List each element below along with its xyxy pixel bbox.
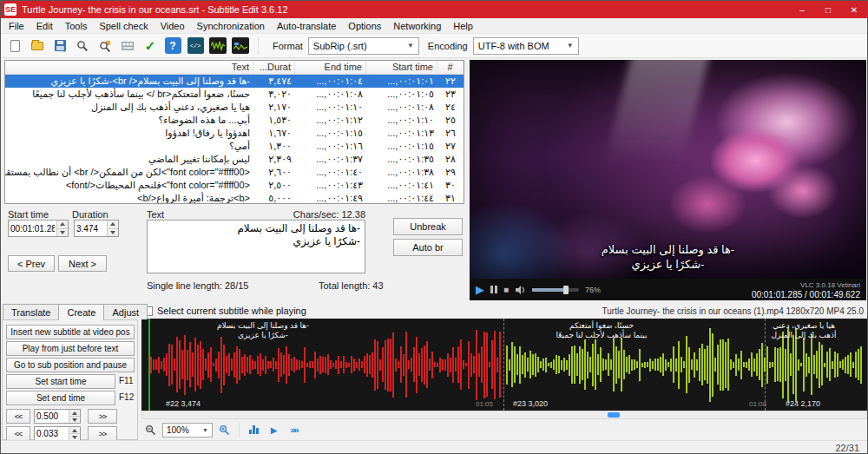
header-start-time[interactable]: Start time bbox=[366, 61, 437, 74]
format-label: Format bbox=[273, 41, 303, 51]
table-row[interactable]: هيا يا صغيري، دعني أذهب بك إلى المنزل ٢,… bbox=[5, 101, 464, 114]
set-end-time-button[interactable]: Set end time bbox=[6, 391, 115, 405]
duration-field[interactable] bbox=[74, 220, 119, 237]
row-number: ٢٦ bbox=[437, 127, 464, 140]
table-row[interactable]: أبي... ما هذه الضوضاء؟ ١,٥٣٠ ...,٠٠:٠١:١… bbox=[5, 114, 464, 127]
segment-boundary[interactable] bbox=[503, 319, 504, 411]
table-row[interactable]: ليس بإمكاننا تغيير الماضي ٢,٣٠٩ ...,٠٠:٠… bbox=[5, 153, 464, 166]
subtitle-text-input[interactable]: -ها قد وصلنا إلى البيت بسلام -شكرًا يا ع… bbox=[147, 220, 365, 273]
menu-video[interactable]: Video bbox=[155, 18, 191, 33]
table-row[interactable]: <font color="#ffff00">فلنحمِ المحيطات</f… bbox=[5, 179, 464, 192]
auto-br-button[interactable]: Auto br bbox=[393, 239, 463, 256]
table-row[interactable]: أمي؟ ١,٣٠٠ ...,٠٠:٠١:١٦ ...,٠٠:٠١:١٥ ٢٧ bbox=[5, 140, 464, 153]
header-text[interactable]: Text bbox=[5, 61, 253, 74]
step-forward-button[interactable]: >> bbox=[88, 409, 117, 424]
tab-translate[interactable]: Translate bbox=[3, 304, 59, 319]
tab-adjust[interactable]: Adjust bbox=[103, 304, 148, 319]
zoom-in-button[interactable] bbox=[216, 422, 233, 438]
replace-button[interactable] bbox=[95, 36, 115, 56]
row-number: ٢٣ bbox=[437, 88, 464, 101]
step-value-input[interactable] bbox=[35, 410, 69, 423]
row-start: ...,٠٠:٠١:٠٨ bbox=[366, 101, 437, 114]
row-number: ٢٤ bbox=[437, 101, 464, 114]
frame-value-input[interactable] bbox=[35, 427, 69, 440]
table-row[interactable]: اهدؤوا يا رفاق! اهدؤوا ١,٦٧٠ ...,٠٠:٠١:١… bbox=[5, 127, 464, 140]
close-icon[interactable]: ✕ bbox=[841, 1, 867, 18]
video-controls: ▶ ■ 76% VLC 3.0.18 Vetinari 00:01:01.285… bbox=[470, 279, 866, 300]
menu-spell-check[interactable]: Spell check bbox=[93, 18, 154, 33]
find-button[interactable] bbox=[72, 36, 93, 56]
row-text: <b>ترجمة: أميرة الرواع</b> bbox=[5, 192, 253, 204]
unbreak-button[interactable]: Unbreak bbox=[393, 218, 463, 235]
zoom-level-value: 100% bbox=[167, 425, 189, 435]
menu-tools[interactable]: Tools bbox=[59, 18, 94, 33]
next-button[interactable]: Next > bbox=[58, 255, 107, 272]
frame-back-button[interactable]: << bbox=[6, 426, 30, 441]
waveform-canvas[interactable]: -ها قد وصلنا إلى البيت بسلام -شكرًا يا ع… bbox=[141, 319, 867, 411]
open-file-button[interactable] bbox=[27, 36, 48, 56]
source-view-button[interactable]: </> bbox=[185, 36, 206, 56]
set-start-time-button[interactable]: Set start time bbox=[6, 374, 115, 389]
start-time-field[interactable] bbox=[8, 220, 69, 237]
duration-stepper[interactable] bbox=[107, 220, 118, 236]
help-button[interactable]: ? bbox=[162, 36, 183, 56]
table-row[interactable]: حسنًا، ضعوا أمتعتكم<br /> بينما سأذهب لأ… bbox=[5, 88, 464, 101]
zoom-out-button[interactable] bbox=[142, 422, 159, 438]
menu-auto-translate[interactable]: Auto-translate bbox=[271, 18, 342, 33]
start-time-input[interactable] bbox=[9, 220, 56, 236]
encoding-select[interactable]: UTF-8 with BOM ▼ bbox=[473, 37, 579, 55]
visual-sync-button[interactable] bbox=[117, 36, 138, 56]
step-back-button[interactable]: << bbox=[6, 409, 30, 424]
menu-edit[interactable]: Edit bbox=[30, 18, 59, 33]
row-start: ...,٠٠:٠١:٠١ bbox=[366, 75, 437, 88]
header-duration[interactable]: ...Durat bbox=[253, 61, 295, 74]
table-row[interactable]: <font color="#ffff00">لكن من الممكن</ br… bbox=[5, 166, 464, 179]
minimize-icon[interactable]: – bbox=[789, 1, 815, 18]
menu-options[interactable]: Options bbox=[342, 18, 387, 33]
pause-icon[interactable] bbox=[490, 286, 497, 293]
help-icon: ? bbox=[165, 37, 181, 54]
zoom-level-select[interactable]: 100% ▼ bbox=[162, 423, 213, 438]
maximize-icon[interactable]: □ bbox=[815, 1, 841, 18]
frame-forward-button[interactable]: >> bbox=[88, 426, 117, 441]
spell-check-button[interactable]: ✓ bbox=[140, 36, 161, 56]
step-value-field[interactable] bbox=[34, 409, 81, 424]
header-end-time[interactable]: End time bbox=[295, 61, 366, 74]
table-row[interactable]: <b>ترجمة: أميرة الرواع</b> ٥,٠٠٠ ...,٠٠:… bbox=[5, 192, 464, 204]
encoding-label: Encoding bbox=[428, 41, 468, 51]
duration-input[interactable] bbox=[75, 220, 107, 236]
frame-value-stepper[interactable] bbox=[69, 427, 80, 440]
search-icon bbox=[76, 40, 89, 52]
volume-slider[interactable] bbox=[532, 288, 579, 292]
menu-networking[interactable]: Networking bbox=[387, 18, 447, 33]
step-value-stepper[interactable] bbox=[69, 410, 80, 423]
prev-button[interactable]: < Prev bbox=[8, 255, 55, 272]
play-before-text-button[interactable]: Play from just before text bbox=[6, 341, 135, 356]
start-time-stepper[interactable] bbox=[56, 220, 68, 236]
fast-forward-button[interactable]: »» bbox=[286, 422, 302, 438]
scrollbar-thumb[interactable] bbox=[608, 412, 620, 418]
video-player[interactable]: -ها قد وصلنا إلى البيت بسلام -شكرًا يا ع… bbox=[470, 60, 866, 279]
new-file-button[interactable] bbox=[4, 36, 25, 56]
tab-create[interactable]: Create bbox=[58, 304, 104, 320]
insert-subtitle-button[interactable]: Insert new subtitle at video pos bbox=[6, 325, 135, 339]
waveform-scrollbar[interactable] bbox=[141, 411, 867, 419]
menu-file[interactable]: File bbox=[3, 18, 30, 33]
toggle-waveform-button[interactable] bbox=[207, 36, 228, 56]
spectrogram-button[interactable] bbox=[246, 422, 262, 438]
frame-value-field[interactable] bbox=[34, 426, 81, 441]
play-icon[interactable]: ▶ bbox=[476, 284, 484, 295]
table-row[interactable]: -ها قد وصلنا إلى البيت بسلام</ br>-شكرًا… bbox=[5, 75, 464, 88]
stop-icon[interactable]: ■ bbox=[503, 286, 509, 294]
menu-help[interactable]: Help bbox=[447, 18, 479, 33]
toggle-video-button[interactable] bbox=[230, 36, 251, 56]
play-selection-button[interactable]: ▶ bbox=[266, 422, 282, 438]
save-button[interactable]: ↓ bbox=[49, 36, 70, 56]
menu-synchronization[interactable]: Synchronization bbox=[191, 18, 271, 33]
format-select[interactable]: SubRip (.srt) ▼ bbox=[308, 37, 419, 55]
speaker-icon[interactable] bbox=[515, 285, 526, 295]
row-end: ...,٠٠:٠١:١٥ bbox=[295, 127, 366, 140]
go-to-sub-position-button[interactable]: Go to sub position and pause bbox=[6, 358, 135, 372]
header-number[interactable]: # bbox=[437, 61, 464, 74]
subtitle-list[interactable]: Text ...Durat End time Start time # -ها … bbox=[4, 60, 464, 204]
